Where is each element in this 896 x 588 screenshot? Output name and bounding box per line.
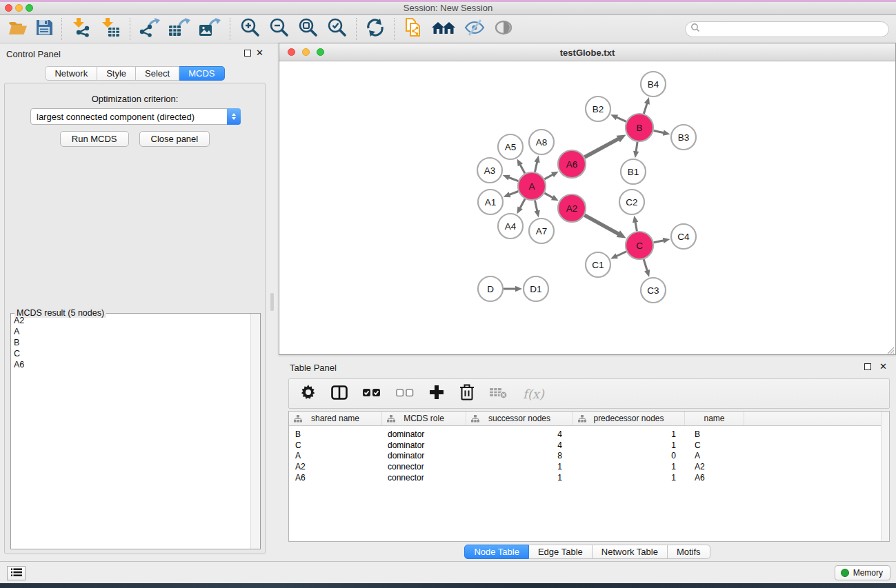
search-icon bbox=[690, 23, 700, 35]
tab-node-table[interactable]: Node Table bbox=[464, 545, 529, 559]
column-header-shared-name[interactable]: shared name bbox=[289, 412, 382, 425]
column-header-name[interactable]: name bbox=[685, 412, 744, 425]
select-all-icon[interactable] bbox=[363, 387, 381, 401]
panel-splitter-handle[interactable] bbox=[270, 293, 274, 311]
graph-edge[interactable] bbox=[509, 192, 518, 195]
table-row[interactable]: A2connector11A2 bbox=[289, 461, 889, 472]
graph-edge[interactable] bbox=[584, 215, 619, 234]
hierarchy-icon bbox=[387, 415, 395, 425]
list-item[interactable]: A bbox=[11, 326, 250, 337]
table-cell: A6 bbox=[289, 473, 382, 483]
export-image-button[interactable] bbox=[195, 18, 225, 40]
graph-edge[interactable] bbox=[616, 252, 626, 256]
home-button[interactable] bbox=[427, 18, 460, 40]
graph-node-label: A5 bbox=[505, 142, 517, 152]
tab-edge-table[interactable]: Edge Table bbox=[529, 545, 593, 559]
list-item[interactable]: A6 bbox=[11, 359, 250, 370]
criterion-select[interactable]: largest connected component (directed) bbox=[30, 108, 241, 125]
tab-style[interactable]: Style bbox=[97, 66, 136, 81]
graph-node-label: B3 bbox=[678, 132, 690, 143]
zoom-fit-button[interactable] bbox=[293, 18, 322, 40]
network-window-title-bar[interactable]: testGlobe.txt bbox=[279, 43, 895, 61]
graph-edge[interactable] bbox=[644, 259, 647, 271]
graph-edge[interactable] bbox=[636, 142, 637, 152]
tab-mcds[interactable]: MCDS bbox=[179, 66, 224, 81]
delete-column-icon[interactable] bbox=[459, 384, 475, 403]
close-panel-icon[interactable]: ✕ bbox=[256, 48, 263, 58]
graph-edge[interactable] bbox=[635, 222, 637, 232]
delete-table-icon[interactable] bbox=[490, 385, 508, 402]
zoom-in-button[interactable] bbox=[235, 18, 264, 40]
graph-edge[interactable] bbox=[616, 117, 626, 121]
show-panel-button[interactable] bbox=[489, 18, 518, 40]
table-close-panel-icon[interactable]: ✕ bbox=[879, 361, 887, 372]
table-panel-title: Table Panel bbox=[290, 363, 337, 373]
list-item[interactable]: B bbox=[11, 337, 250, 348]
export-network-button[interactable] bbox=[135, 18, 164, 40]
table-cell: dominator bbox=[382, 429, 466, 439]
function-builder-icon[interactable]: f(x) bbox=[523, 387, 544, 401]
tab-network-table[interactable]: Network Table bbox=[593, 545, 668, 559]
export-table-button[interactable] bbox=[164, 18, 195, 40]
column-header-predecessor-nodes[interactable]: predecessor nodes bbox=[573, 412, 685, 425]
graph-edge[interactable] bbox=[535, 161, 537, 172]
table-row[interactable]: A6connector11A6 bbox=[289, 472, 889, 483]
table-row[interactable]: Adominator80A bbox=[289, 451, 889, 462]
save-session-button[interactable] bbox=[32, 18, 57, 40]
refresh-icon bbox=[366, 18, 385, 40]
table-row[interactable]: Bdominator41B bbox=[289, 429, 889, 440]
import-network-button[interactable] bbox=[67, 18, 96, 40]
graph-node-label: C1 bbox=[592, 260, 604, 270]
split-columns-icon[interactable] bbox=[331, 385, 348, 403]
column-header-successor-nodes[interactable]: successor nodes bbox=[466, 412, 573, 425]
graph-edge[interactable] bbox=[644, 103, 647, 114]
hide-panels-button[interactable] bbox=[460, 18, 489, 40]
network-view-window: testGlobe.txt AA6A2BCA5A8A3A1A4A7B2B4B3B… bbox=[279, 43, 896, 355]
graph-node-label: A4 bbox=[505, 221, 517, 232]
graph-edge[interactable] bbox=[654, 241, 664, 243]
list-item[interactable]: C bbox=[11, 348, 250, 359]
resize-grip-icon[interactable] bbox=[886, 345, 895, 354]
show-log-button[interactable] bbox=[7, 566, 26, 580]
graph-edge[interactable] bbox=[544, 193, 552, 198]
tab-network[interactable]: Network bbox=[45, 66, 97, 81]
graph-edge[interactable] bbox=[535, 201, 537, 212]
table-row[interactable]: Cdominator41C bbox=[289, 440, 889, 451]
clone-network-button[interactable] bbox=[399, 18, 427, 40]
deselect-all-icon[interactable] bbox=[396, 387, 414, 401]
graph-edge[interactable] bbox=[520, 164, 525, 173]
close-panel-button[interactable]: Close panel bbox=[139, 131, 210, 147]
graph-edge[interactable] bbox=[654, 130, 664, 132]
tab-motifs[interactable]: Motifs bbox=[668, 545, 710, 559]
graph-edge[interactable] bbox=[508, 177, 518, 181]
memory-button[interactable]: Memory bbox=[835, 565, 890, 580]
float-panel-icon[interactable] bbox=[244, 50, 251, 57]
tab-select[interactable]: Select bbox=[136, 66, 179, 81]
search-box[interactable] bbox=[685, 21, 889, 37]
criterion-value: largest connected component (directed) bbox=[37, 112, 195, 122]
graph-node-label: A bbox=[528, 181, 535, 192]
mcds-result-list[interactable]: A2ABCA6 bbox=[11, 315, 250, 549]
zoom-selected-button[interactable] bbox=[322, 18, 351, 40]
refresh-button[interactable] bbox=[361, 18, 389, 40]
list-item[interactable]: A2 bbox=[11, 315, 250, 326]
mcds-result-box: MCDS result (5 nodes) A2ABCA6 bbox=[10, 313, 261, 549]
run-mcds-button[interactable]: Run MCDS bbox=[60, 131, 129, 147]
control-panel-header: Control Panel ✕ bbox=[0, 43, 270, 63]
network-canvas[interactable]: AA6A2BCA5A8A3A1A4A7B2B4B3B1C2C4C1C3DD1 bbox=[279, 61, 895, 354]
zoom-out-button[interactable] bbox=[264, 18, 293, 40]
settings-gear-icon[interactable] bbox=[301, 385, 316, 403]
import-table-button[interactable] bbox=[96, 18, 125, 40]
search-input[interactable] bbox=[700, 23, 888, 35]
table-scrollbar[interactable] bbox=[881, 412, 889, 541]
table-float-panel-icon[interactable] bbox=[864, 363, 871, 370]
graph-edge[interactable] bbox=[520, 199, 525, 209]
toolbar-separator bbox=[230, 18, 230, 40]
column-header-mcds-role[interactable]: MCDS role bbox=[382, 412, 466, 425]
table-cell: connector bbox=[382, 462, 466, 472]
graph-edge[interactable] bbox=[544, 174, 552, 179]
open-session-button[interactable] bbox=[4, 18, 32, 40]
add-column-icon[interactable] bbox=[429, 385, 444, 403]
mcds-result-scrollbar[interactable] bbox=[250, 314, 260, 549]
graph-edge[interactable] bbox=[584, 139, 619, 157]
